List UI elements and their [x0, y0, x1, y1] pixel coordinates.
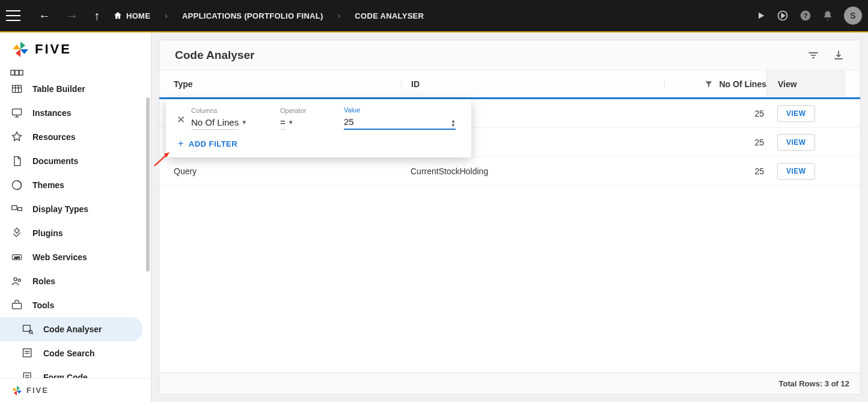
sidebar-item-roles[interactable]: Roles: [0, 269, 151, 293]
plugin-icon: [10, 226, 24, 240]
cell-lines: 25: [664, 138, 766, 147]
avatar[interactable]: S: [844, 7, 862, 25]
pinwheel-icon: [11, 385, 23, 397]
view-button[interactable]: VIEW: [777, 163, 815, 180]
sidebar-item-web-services[interactable]: APIWeb Services: [0, 245, 151, 269]
filter-label: Columns: [191, 107, 274, 114]
tools-icon: [10, 298, 24, 312]
scrollbar[interactable]: [146, 97, 150, 272]
pinwheel-icon: [11, 40, 30, 59]
sidebar-item-documents[interactable]: Documents: [0, 149, 151, 173]
generic-icon: [10, 66, 24, 80]
sidebar-item-resources[interactable]: Resources: [0, 125, 151, 149]
filter-value-input[interactable]: [344, 115, 456, 130]
chevron-right-icon: ›: [165, 11, 168, 20]
logo-text: FIVE: [35, 41, 72, 57]
sidebar-item-label: Tools: [32, 300, 54, 310]
filter-popup: ✕ Columns No Of Lines▼ Operator =▼ Value…: [166, 99, 471, 157]
sidebar-item-label: Themes: [32, 180, 64, 190]
search-code-icon: [20, 346, 35, 361]
back-arrow-icon[interactable]: ←: [36, 7, 53, 25]
sidebar-item-label: Resources: [32, 132, 76, 142]
breadcrumb-home[interactable]: HOME: [113, 11, 150, 20]
col-lines[interactable]: No Of Lines: [664, 79, 766, 89]
documents-icon: [10, 154, 24, 168]
sidebar-item-tools[interactable]: Tools: [0, 293, 151, 317]
card-footer: Total Rows: 3 of 12: [159, 373, 860, 394]
col-type[interactable]: Type: [174, 79, 401, 89]
filter-operator[interactable]: Operator =▼: [280, 107, 338, 130]
download-icon[interactable]: [833, 49, 845, 61]
filter-label: Operator: [280, 107, 338, 114]
sidebar-item-label: Instances: [32, 108, 72, 118]
hamburger-icon[interactable]: [6, 10, 20, 21]
sidebar-item-label: Form Code: [43, 373, 88, 378]
sidebar-item-label: Documents: [32, 156, 78, 166]
svg-rect-10: [13, 109, 22, 115]
cell-type: Query: [174, 166, 401, 176]
breadcrumb-label: APPLICATIONS (PORTFOLIO FINAL): [182, 11, 323, 20]
logo: FIVE: [0, 32, 151, 66]
api-icon: API: [10, 250, 24, 264]
run-icon[interactable]: [777, 10, 789, 22]
instances-icon: [10, 106, 24, 120]
table-header: Type ID No Of Lines View: [159, 70, 860, 99]
total-rows: Total Rows: 3 of 12: [779, 379, 850, 388]
sidebar-item-label: Code Analyser: [43, 324, 102, 334]
analyser-icon: [20, 322, 35, 337]
breadcrumb-applications[interactable]: APPLICATIONS (PORTFOLIO FINAL): [182, 11, 323, 20]
view-button[interactable]: VIEW: [777, 105, 815, 122]
footer-logo-text: FIVE: [26, 386, 49, 395]
breadcrumb-code-analyser[interactable]: CODE ANALYSER: [355, 11, 424, 20]
svg-point-18: [14, 278, 17, 281]
form-icon: [20, 370, 35, 378]
close-icon[interactable]: ✕: [177, 114, 185, 130]
roles-icon: [10, 274, 24, 288]
plus-icon: +: [178, 138, 184, 149]
view-button[interactable]: VIEW: [777, 134, 815, 151]
breadcrumb-label: CODE ANALYSER: [355, 11, 424, 20]
card: Code Analyser Type ID No Of Lines View: [159, 40, 861, 395]
up-arrow-icon[interactable]: ↑: [91, 7, 102, 25]
themes-icon: [10, 178, 24, 192]
sidebar-item-plugins[interactable]: Plugins: [0, 221, 151, 245]
sidebar-item-label: Plugins: [32, 228, 63, 238]
help-icon[interactable]: ?: [799, 10, 811, 22]
cell-lines: 25: [664, 166, 766, 176]
sidebar-item-partial[interactable]: [0, 69, 151, 77]
page-title: Code Analyser: [175, 49, 794, 62]
filter-value[interactable]: Value ▲▼: [344, 106, 456, 130]
sidebar-sub-code-search[interactable]: Code Search: [0, 341, 151, 365]
play-icon[interactable]: [756, 11, 766, 20]
svg-rect-20: [13, 303, 22, 309]
sidebar-footer: FIVE: [0, 378, 151, 402]
annotation-arrow: [153, 149, 174, 167]
funnel-icon[interactable]: [704, 80, 713, 88]
chevron-right-icon: ›: [338, 11, 341, 20]
svg-rect-4: [15, 70, 19, 75]
filter-label: Value: [344, 106, 456, 114]
filter-row: ✕ Columns No Of Lines▼ Operator =▼ Value…: [177, 106, 460, 130]
resources-icon: [10, 130, 24, 144]
topbar-left: ← → ↑ HOME › APPLICATIONS (PORTFOLIO FIN…: [6, 7, 756, 25]
spinner-icon[interactable]: ▲▼: [451, 119, 456, 127]
sidebar-item-instances[interactable]: Instances: [0, 101, 151, 125]
bell-icon[interactable]: [822, 10, 833, 21]
add-filter-button[interactable]: + ADD FILTER: [177, 130, 460, 154]
sidebar-item-display-types[interactable]: Display Types: [0, 197, 151, 221]
col-id[interactable]: ID: [401, 79, 664, 89]
cell-id: CurrentStockHolding: [401, 166, 664, 176]
sidebar-item-table-builder[interactable]: Table Builder: [0, 77, 151, 101]
svg-rect-6: [13, 85, 22, 93]
home-icon: [113, 11, 123, 20]
table-row[interactable]: Query CurrentStockHolding 25 VIEW: [159, 157, 860, 186]
sidebar-sub-form-code[interactable]: Form Code: [0, 365, 151, 378]
filter-columns[interactable]: Columns No Of Lines▼: [191, 107, 274, 130]
sidebar-sub-code-analyser[interactable]: Code Analyser: [0, 317, 142, 341]
sidebar-item-label: Table Builder: [32, 84, 85, 94]
cell-lines: 25: [664, 109, 766, 118]
layout: FIVE Table Builder Instances Resources D…: [0, 32, 868, 402]
sidebar-item-themes[interactable]: Themes: [0, 173, 151, 197]
sidebar-item-label: Display Types: [32, 204, 88, 214]
filter-list-icon[interactable]: [807, 49, 819, 61]
